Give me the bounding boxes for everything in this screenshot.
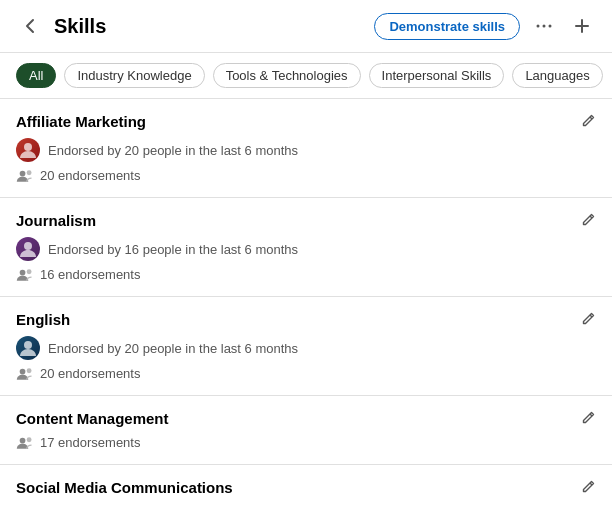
group-icon	[16, 436, 34, 450]
back-icon	[20, 16, 40, 36]
filter-tab-all[interactable]: All	[16, 63, 56, 88]
endorsement-row: Endorsed by 20 people in the last 6 mont…	[16, 138, 596, 162]
skill-name: Affiliate Marketing	[16, 113, 596, 130]
svg-point-13	[27, 437, 32, 442]
demonstrate-skills-button[interactable]: Demonstrate skills	[374, 13, 520, 40]
endorsement-text: Endorsed by 20 people in the last 6 mont…	[48, 143, 298, 158]
skill-item: Affiliate Marketing Endorsed by 20 peopl…	[0, 99, 612, 198]
user-icon	[16, 336, 40, 360]
svg-point-0	[537, 25, 540, 28]
edit-icon	[580, 479, 596, 495]
endorsement-count-row: 20 endorsements	[16, 168, 596, 183]
header: Skills Demonstrate skills	[0, 0, 612, 53]
svg-point-3	[24, 143, 32, 151]
endorsement-count: 20 endorsements	[40, 366, 140, 381]
edit-icon	[580, 113, 596, 129]
filter-tabs: AllIndustry KnowledgeTools & Technologie…	[0, 53, 612, 99]
endorsement-count: 17 endorsements	[40, 435, 140, 450]
svg-point-8	[27, 269, 32, 274]
svg-point-7	[20, 269, 26, 275]
skill-name: English	[16, 311, 596, 328]
skill-item: English Endorsed by 20 people in the las…	[0, 297, 612, 396]
add-skill-button[interactable]	[568, 12, 596, 40]
svg-point-6	[24, 242, 32, 250]
skill-item: Content Management 17 endorsements	[0, 396, 612, 465]
more-options-button[interactable]	[530, 12, 558, 40]
user-icon	[16, 237, 40, 261]
svg-point-12	[20, 437, 26, 443]
back-button[interactable]	[16, 12, 44, 40]
people-icon	[16, 436, 34, 450]
svg-point-4	[20, 170, 26, 176]
user-icon	[16, 138, 40, 162]
skill-name: Content Management	[16, 410, 596, 427]
endorsement-row: Endorsed by 20 people in the last 6 mont…	[16, 336, 596, 360]
svg-point-5	[27, 170, 32, 175]
edit-skill-button[interactable]	[580, 410, 596, 429]
skill-name: Journalism	[16, 212, 596, 229]
people-icon	[16, 169, 34, 183]
edit-skill-button[interactable]	[580, 212, 596, 231]
endorsement-count: 20 endorsements	[40, 168, 140, 183]
svg-point-10	[20, 368, 26, 374]
more-icon	[534, 16, 554, 36]
svg-point-9	[24, 341, 32, 349]
people-icon	[16, 367, 34, 381]
skills-list: Affiliate Marketing Endorsed by 20 peopl…	[0, 99, 612, 511]
avatar	[16, 237, 40, 261]
add-icon	[572, 16, 592, 36]
endorsement-text: Endorsed by 20 people in the last 6 mont…	[48, 341, 298, 356]
skill-name: Social Media Communications	[16, 479, 596, 496]
page-title: Skills	[54, 15, 364, 38]
avatar	[16, 138, 40, 162]
edit-icon	[580, 212, 596, 228]
endorsement-count-row: 16 endorsements	[16, 267, 596, 282]
skill-item: Journalism Endorsed by 16 people in the …	[0, 198, 612, 297]
avatar	[16, 336, 40, 360]
group-icon	[16, 268, 34, 282]
people-icon	[16, 268, 34, 282]
edit-icon	[580, 311, 596, 327]
endorsement-count: 16 endorsements	[40, 267, 140, 282]
filter-tab-interpersonal-skills[interactable]: Interpersonal Skills	[369, 63, 505, 88]
header-actions: Demonstrate skills	[374, 12, 596, 40]
filter-tab-tools-technologies[interactable]: Tools & Technologies	[213, 63, 361, 88]
group-icon	[16, 367, 34, 381]
edit-skill-button[interactable]	[580, 113, 596, 132]
filter-tab-languages[interactable]: Languages	[512, 63, 602, 88]
svg-point-11	[27, 368, 32, 373]
endorsement-row: Endorsed by 16 people in the last 6 mont…	[16, 237, 596, 261]
skill-item: Social Media Communications	[0, 465, 612, 511]
endorsement-count-row: 17 endorsements	[16, 435, 596, 450]
endorsement-count-row: 20 endorsements	[16, 366, 596, 381]
edit-skill-button[interactable]	[580, 311, 596, 330]
group-icon	[16, 169, 34, 183]
edit-skill-button[interactable]	[580, 479, 596, 498]
edit-icon	[580, 410, 596, 426]
filter-tab-industry-knowledge[interactable]: Industry Knowledge	[64, 63, 204, 88]
endorsement-text: Endorsed by 16 people in the last 6 mont…	[48, 242, 298, 257]
svg-point-1	[543, 25, 546, 28]
svg-point-2	[549, 25, 552, 28]
